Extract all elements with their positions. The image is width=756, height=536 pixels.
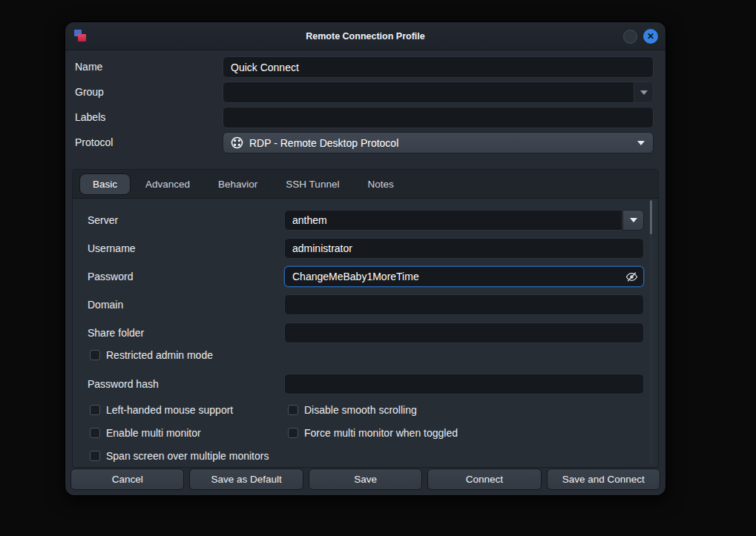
span-screen-checkbox-row[interactable]: Span screen over multiple monitors: [90, 450, 269, 462]
scrollbar-thumb[interactable]: [650, 200, 652, 234]
left-handed-checkbox[interactable]: [90, 405, 100, 415]
force-multi-monitor-checkbox-row[interactable]: Force multi monitor when toggled: [288, 427, 458, 439]
save-and-connect-button[interactable]: Save and Connect: [547, 469, 660, 490]
tab-behavior[interactable]: Behavior: [206, 174, 270, 194]
password-input[interactable]: [284, 266, 644, 287]
window-title: Remote Connection Profile: [65, 31, 665, 42]
remmina-app-icon: [74, 30, 88, 43]
save-as-default-button[interactable]: Save as Default: [189, 469, 303, 490]
group-label: Group: [75, 82, 104, 103]
username-label: Username: [88, 238, 136, 259]
share-folder-label: Share folder: [88, 322, 144, 343]
tab-bar: Basic Advanced Behavior SSH Tunnel Notes: [73, 170, 658, 199]
content-scrollbar[interactable]: [650, 200, 652, 466]
labels-input[interactable]: [223, 107, 654, 128]
tab-notes[interactable]: Notes: [355, 174, 406, 194]
server-input[interactable]: [284, 210, 622, 231]
window-controls: ✕: [623, 29, 658, 44]
basic-tab-content: Server Username Password Domain: [73, 199, 658, 468]
group-dropdown-button[interactable]: [634, 82, 654, 103]
span-screen-checkbox[interactable]: [90, 451, 100, 461]
restricted-admin-checkbox[interactable]: [90, 350, 100, 360]
tab-basic[interactable]: Basic: [80, 174, 130, 194]
enable-multi-monitor-checkbox[interactable]: [90, 428, 100, 438]
share-folder-input[interactable]: [284, 322, 644, 343]
restricted-admin-label: Restricted admin mode: [106, 349, 213, 361]
titlebar[interactable]: Remote Connection Profile ✕: [65, 22, 665, 50]
group-input[interactable]: [223, 82, 634, 103]
username-input[interactable]: [284, 238, 644, 259]
enable-multi-monitor-label: Enable multi monitor: [106, 427, 201, 439]
toggle-password-visibility-button[interactable]: [622, 266, 641, 287]
close-icon: ✕: [647, 32, 654, 41]
password-hash-label: Password hash: [88, 374, 159, 394]
app-icon-red-square: [78, 34, 86, 42]
chevron-down-icon: [640, 90, 648, 95]
left-handed-label: Left-handed mouse support: [106, 404, 233, 416]
rdp-protocol-icon: [231, 136, 243, 149]
chevron-down-icon: [637, 141, 645, 145]
restricted-admin-checkbox-row[interactable]: Restricted admin mode: [90, 349, 213, 361]
server-label: Server: [88, 210, 118, 231]
protocol-select[interactable]: RDP - Remote Desktop Protocol: [223, 132, 654, 153]
settings-notebook: Basic Advanced Behavior SSH Tunnel Notes…: [72, 169, 659, 468]
chevron-down-icon: [630, 218, 637, 222]
disable-smooth-scrolling-checkbox-row[interactable]: Disable smooth scrolling: [288, 404, 417, 416]
name-input[interactable]: [223, 56, 654, 78]
tab-ssh-tunnel[interactable]: SSH Tunnel: [273, 174, 352, 194]
force-multi-monitor-label: Force multi monitor when toggled: [304, 427, 458, 439]
eye-slash-icon: [625, 271, 638, 283]
dialog-action-bar: Cancel Save as Default Save Connect Save…: [70, 469, 660, 490]
name-label: Name: [75, 56, 102, 78]
save-button[interactable]: Save: [309, 469, 422, 490]
span-screen-label: Span screen over multiple monitors: [106, 450, 269, 462]
left-handed-checkbox-row[interactable]: Left-handed mouse support: [90, 404, 233, 416]
cancel-button[interactable]: Cancel: [70, 469, 184, 490]
domain-label: Domain: [88, 294, 123, 315]
protocol-label: Protocol: [75, 132, 113, 153]
remote-connection-profile-dialog: Remote Connection Profile ✕ Name Group L…: [65, 22, 665, 495]
labels-label: Labels: [75, 107, 105, 128]
enable-multi-monitor-checkbox-row[interactable]: Enable multi monitor: [90, 427, 201, 439]
connect-button[interactable]: Connect: [427, 469, 541, 490]
password-hash-input[interactable]: [284, 374, 644, 394]
minimize-button[interactable]: [623, 30, 637, 44]
disable-smooth-scrolling-label: Disable smooth scrolling: [304, 404, 417, 416]
disable-smooth-scrolling-checkbox[interactable]: [288, 405, 298, 415]
force-multi-monitor-checkbox[interactable]: [288, 428, 298, 438]
tab-advanced[interactable]: Advanced: [133, 174, 203, 194]
password-label: Password: [88, 266, 133, 287]
domain-input[interactable]: [284, 294, 644, 315]
server-dropdown-button[interactable]: [622, 210, 644, 231]
close-button[interactable]: ✕: [643, 29, 658, 44]
protocol-value: RDP - Remote Desktop Protocol: [249, 137, 398, 149]
